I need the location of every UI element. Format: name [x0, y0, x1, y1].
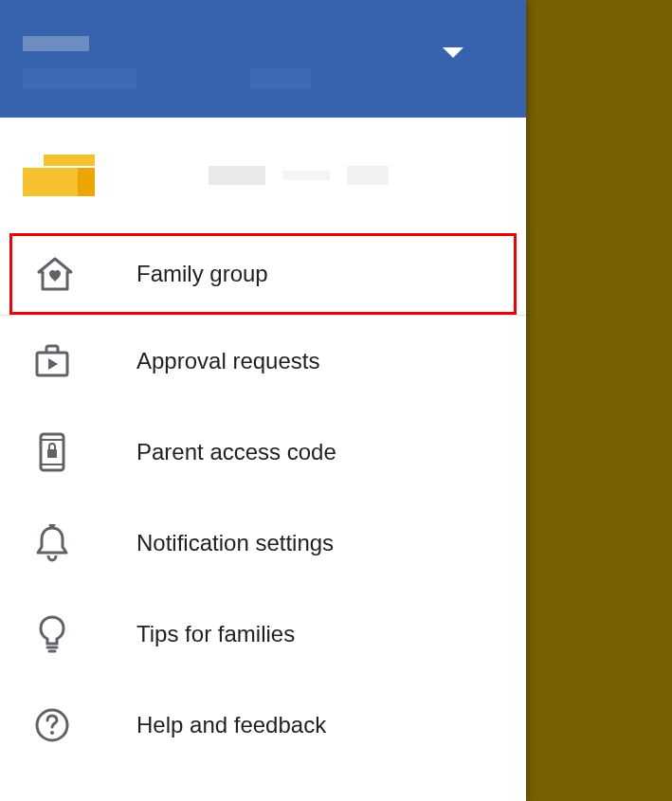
profile-icon: [23, 155, 95, 196]
briefcase-play-icon: [34, 343, 70, 379]
profile-section: [0, 118, 526, 233]
lightbulb-icon: [34, 616, 70, 652]
header-placeholder: [23, 36, 89, 51]
menu-item-approval-requests[interactable]: Approval requests: [0, 316, 526, 407]
menu-label: Parent access code: [136, 439, 336, 465]
profile-text-group: [209, 166, 389, 185]
svg-rect-4: [47, 449, 57, 458]
help-circle-icon: [34, 707, 70, 743]
profile-placeholder: [282, 171, 330, 180]
bell-icon: [34, 525, 70, 561]
chevron-down-icon[interactable]: [443, 46, 463, 63]
menu-label: Approval requests: [136, 348, 319, 374]
header-placeholder: [250, 68, 311, 89]
menu-label: Help and feedback: [136, 712, 326, 738]
svg-point-5: [50, 525, 54, 529]
menu-item-family-group[interactable]: Family group: [9, 233, 517, 315]
header-placeholder: [23, 68, 136, 89]
phone-lock-icon: [34, 434, 70, 470]
menu-label: Tips for families: [136, 621, 295, 647]
navigation-drawer: Family group Approval requests Parent ac…: [0, 0, 526, 801]
menu-item-parent-access-code[interactable]: Parent access code: [0, 407, 526, 498]
header-row: [23, 36, 503, 51]
house-heart-icon: [37, 256, 73, 292]
header-row: [23, 68, 503, 89]
menu-item-tips-for-families[interactable]: Tips for families: [0, 589, 526, 680]
profile-placeholder: [347, 166, 389, 185]
header-content: [23, 36, 503, 89]
menu-item-help-and-feedback[interactable]: Help and feedback: [0, 680, 526, 771]
svg-point-9: [50, 731, 54, 735]
drawer-header: [0, 0, 526, 118]
menu-label: Notification settings: [136, 530, 334, 556]
profile-placeholder: [209, 166, 265, 185]
menu-label: Family group: [136, 261, 268, 287]
menu-item-notification-settings[interactable]: Notification settings: [0, 498, 526, 589]
